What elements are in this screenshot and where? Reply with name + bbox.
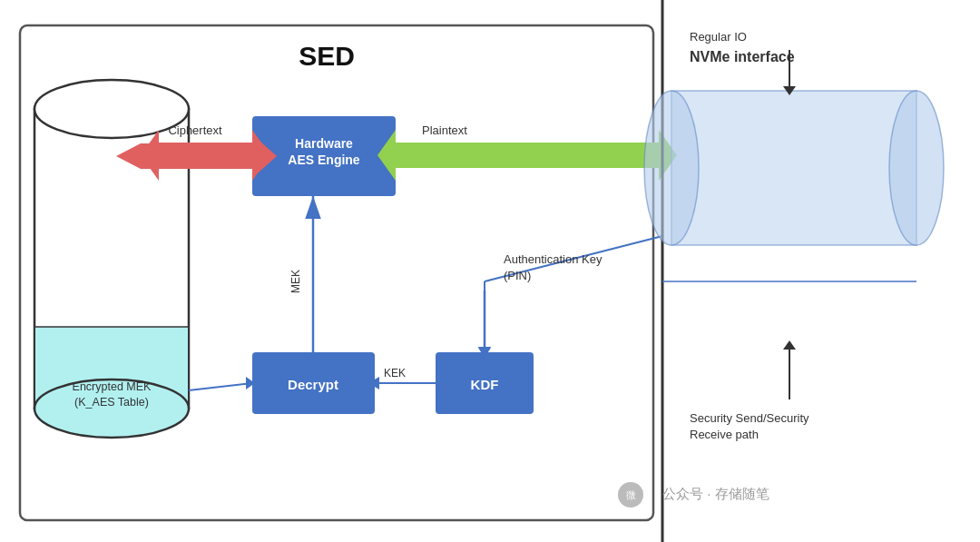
svg-text:SED: SED xyxy=(299,41,355,71)
svg-marker-37 xyxy=(368,377,379,389)
svg-point-43 xyxy=(644,91,699,245)
svg-text:MEK: MEK xyxy=(289,270,302,293)
svg-line-31 xyxy=(485,236,662,281)
svg-text:Regular IO: Regular IO xyxy=(690,30,747,44)
svg-text:NVMe interface: NVMe interface xyxy=(690,49,795,64)
svg-rect-4 xyxy=(35,327,188,409)
svg-text:Ciphertext: Ciphertext xyxy=(168,123,222,137)
svg-text:公众号 · 存储随笔: 公众号 · 存储随笔 xyxy=(662,486,769,501)
svg-text:AES Engine: AES Engine xyxy=(288,153,360,167)
svg-text:Receive path: Receive path xyxy=(690,428,759,441)
svg-marker-33 xyxy=(478,348,491,357)
svg-text:Hardware: Hardware xyxy=(295,136,353,151)
svg-text:Plaintext: Plaintext xyxy=(422,123,467,137)
svg-text:微: 微 xyxy=(626,489,636,500)
svg-text:KDF: KDF xyxy=(471,377,499,392)
svg-rect-23 xyxy=(396,143,659,168)
svg-text:Authentication Key: Authentication Key xyxy=(504,252,603,266)
svg-marker-21 xyxy=(252,130,270,181)
svg-rect-9 xyxy=(252,116,396,196)
svg-rect-2 xyxy=(34,109,189,409)
svg-marker-48 xyxy=(783,340,796,350)
svg-point-5 xyxy=(34,379,189,438)
svg-point-56 xyxy=(618,482,643,508)
svg-marker-40 xyxy=(246,377,255,389)
svg-rect-19 xyxy=(159,143,252,168)
svg-text:(PIN): (PIN) xyxy=(504,269,531,282)
svg-point-44 xyxy=(889,91,944,245)
svg-rect-14 xyxy=(436,352,534,414)
svg-text:Security Send/Security: Security Send/Security xyxy=(690,411,809,425)
svg-marker-16 xyxy=(141,134,277,178)
svg-text:Encrypted MEK: Encrypted MEK xyxy=(73,380,152,393)
svg-rect-12 xyxy=(252,352,375,414)
svg-rect-0 xyxy=(20,25,653,520)
svg-point-3 xyxy=(34,80,189,138)
svg-rect-42 xyxy=(671,91,916,245)
svg-marker-30 xyxy=(478,347,491,359)
diagram-svg: SED Encrypted MEK (K_AES Table) Hardware… xyxy=(0,0,980,542)
svg-marker-20 xyxy=(141,130,159,181)
svg-marker-25 xyxy=(659,130,677,181)
svg-marker-17 xyxy=(116,143,141,169)
svg-text:(K_AES Table): (K_AES Table) xyxy=(74,396,149,409)
svg-text:Decrypt: Decrypt xyxy=(288,377,338,392)
svg-marker-46 xyxy=(783,86,796,95)
svg-text:KEK: KEK xyxy=(384,367,406,379)
svg-marker-24 xyxy=(377,130,396,181)
svg-line-39 xyxy=(189,383,252,390)
main-container: SED Encrypted MEK (K_AES Table) Hardware… xyxy=(0,0,980,542)
